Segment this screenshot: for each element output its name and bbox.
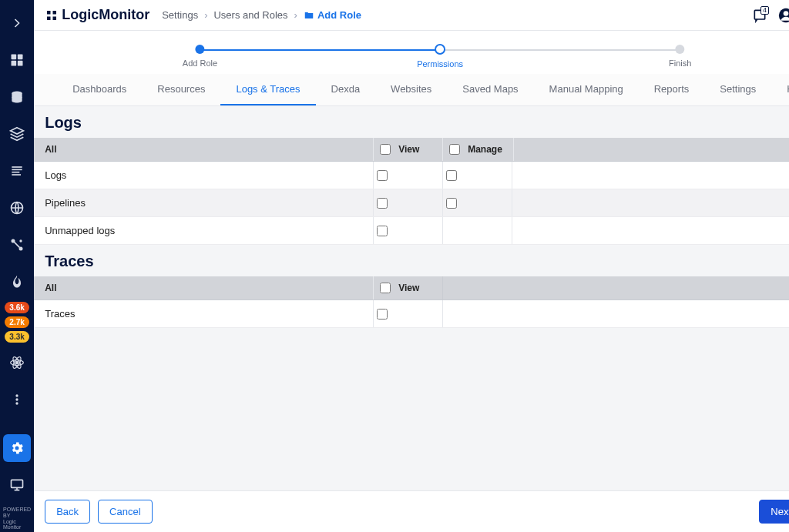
sidebar-powered-by: POWERED BY Logic Monitor (0, 504, 34, 532)
breadcrumb-current: Add Role (304, 9, 361, 21)
logs-header-all: All (34, 138, 373, 161)
permission-tabs: Dashboards Resources Logs & Traces Dexda… (34, 74, 789, 106)
sidebar-logs-icon[interactable] (3, 157, 31, 185)
sidebar-badge-1[interactable]: 3.6k (5, 302, 29, 313)
svg-rect-0 (12, 55, 17, 60)
sidebar-globe-icon[interactable] (3, 194, 31, 222)
svg-rect-5 (12, 166, 22, 168)
section-traces-title: Traces (34, 245, 789, 276)
breadcrumb-current-label: Add Role (317, 9, 361, 21)
notifications-icon[interactable]: 4 (752, 8, 767, 23)
svg-point-17 (15, 394, 18, 396)
cancel-button[interactable]: Cancel (98, 500, 152, 524)
svg-point-12 (19, 239, 22, 242)
sidebar-badge-3[interactable]: 3.3k (5, 331, 29, 343)
tab-manual-mapping[interactable]: Manual Mapping (534, 74, 639, 105)
tab-resources[interactable]: Resources (142, 74, 220, 105)
logs-header-row: All View Manage (34, 138, 789, 162)
row-label: Traces (34, 300, 373, 327)
sidebar-settings-icon[interactable] (3, 434, 31, 462)
sidebar-badge-2[interactable]: 2.7k (5, 316, 29, 328)
svg-rect-7 (12, 172, 19, 173)
traces-header-all: All (34, 276, 373, 299)
logo-text: LogicMonitor (62, 7, 149, 23)
svg-point-18 (15, 398, 18, 400)
sidebar-more-icon[interactable] (3, 386, 31, 413)
svg-rect-20 (12, 480, 23, 488)
logs-header-manage: Manage (468, 144, 502, 155)
tab-reports[interactable]: Reports (639, 74, 705, 105)
tab-settings[interactable]: Settings (704, 74, 771, 105)
sidebar-fire-icon[interactable] (3, 268, 31, 296)
table-row: Logs (34, 162, 789, 189)
left-sidebar: 3.6k 2.7k 3.3k POWERED BY Logic Monitor (0, 0, 34, 532)
svg-point-19 (15, 402, 18, 404)
logs-pipelines-view-checkbox[interactable] (377, 198, 388, 209)
folder-icon (304, 10, 314, 21)
wizard-step-1-dot[interactable] (195, 45, 204, 54)
svg-point-13 (15, 361, 18, 363)
topbar: LogicMonitor Settings › Users and Roles … (34, 0, 789, 31)
notification-count: 4 (760, 6, 769, 15)
wizard-step-1-label: Add Role (183, 59, 217, 68)
table-row: Traces (34, 300, 789, 328)
sidebar-expand-icon[interactable] (3, 9, 31, 37)
tab-dexda[interactable]: Dexda (316, 74, 376, 105)
logo[interactable]: LogicMonitor (45, 7, 149, 23)
breadcrumb: Settings › Users and Roles › Add Role (162, 9, 361, 21)
wizard-step-3-label: Finish (669, 59, 691, 68)
traces-traces-view-checkbox[interactable] (377, 309, 388, 320)
back-button[interactable]: Back (45, 500, 90, 524)
traces-header-view: View (398, 283, 419, 293)
row-label: Pipelines (34, 189, 373, 216)
logs-all-manage-checkbox[interactable] (449, 144, 460, 155)
sidebar-mapping-icon[interactable] (3, 231, 31, 259)
user-menu[interactable] (778, 8, 789, 23)
tab-websites[interactable]: Websites (375, 74, 447, 105)
wizard-step-2-dot[interactable] (435, 44, 445, 55)
sidebar-monitor-icon[interactable] (3, 471, 31, 499)
logs-pipelines-manage-checkbox[interactable] (446, 198, 457, 209)
breadcrumb-users-roles[interactable]: Users and Roles (213, 9, 287, 21)
sidebar-resources-icon[interactable] (3, 83, 31, 111)
traces-header-row: All View (34, 276, 789, 300)
logs-logs-view-checkbox[interactable] (377, 170, 388, 181)
section-logs-title: Logs (34, 106, 789, 138)
wizard-steps: Add Role Permissions Finish (34, 31, 789, 74)
sidebar-layers-icon[interactable] (3, 120, 31, 148)
traces-all-view-checkbox[interactable] (380, 283, 391, 293)
svg-rect-1 (18, 55, 23, 60)
tab-dashboards[interactable]: Dashboards (57, 74, 142, 105)
logs-header-view: View (398, 144, 419, 155)
row-label: Unmapped logs (34, 217, 373, 244)
tab-help[interactable]: Help (771, 74, 789, 105)
logs-logs-manage-checkbox[interactable] (446, 170, 457, 181)
chevron-right-icon: › (204, 9, 207, 21)
logs-unmapped-view-checkbox[interactable] (377, 226, 388, 236)
svg-point-23 (784, 11, 789, 16)
svg-rect-2 (12, 61, 17, 66)
next-finish-button[interactable]: Next: Finish (759, 500, 789, 524)
svg-rect-6 (12, 169, 22, 171)
breadcrumb-settings[interactable]: Settings (162, 9, 198, 21)
svg-rect-8 (12, 174, 21, 176)
tab-saved-maps[interactable]: Saved Maps (447, 74, 533, 105)
sidebar-atom-icon[interactable] (3, 349, 31, 376)
svg-rect-3 (18, 61, 23, 66)
table-row: Unmapped logs (34, 217, 789, 245)
tab-logs-traces[interactable]: Logs & Traces (220, 74, 315, 106)
wizard-step-3-dot[interactable] (676, 45, 685, 54)
chevron-right-icon: › (294, 9, 297, 21)
sidebar-dashboard-icon[interactable] (3, 46, 31, 74)
footer: Back Cancel Next: Finish (34, 490, 789, 532)
logs-all-view-checkbox[interactable] (380, 144, 391, 155)
table-row: Pipelines (34, 189, 789, 217)
row-label: Logs (34, 162, 373, 189)
wizard-step-2-label: Permissions (417, 59, 463, 69)
